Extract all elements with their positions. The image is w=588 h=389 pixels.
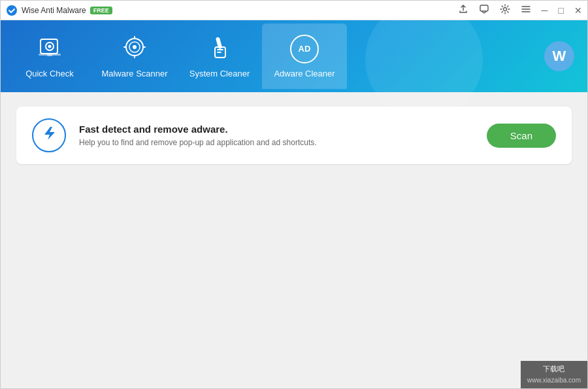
close-button[interactable]: ✕ <box>574 6 582 15</box>
watermark-line1: 下载吧 <box>527 364 581 375</box>
nav-label-adware-cleaner: Adware Cleaner <box>274 69 335 78</box>
quick-check-icon <box>37 34 63 63</box>
malware-scanner-icon <box>122 34 148 63</box>
toolbar-icons: ─ □ ✕ <box>458 4 582 16</box>
title-bar-left: Wise Anti Malware FREE <box>6 5 112 16</box>
svg-point-2 <box>503 8 506 11</box>
nav-label-quick-check: Quick Check <box>25 69 74 78</box>
app-wrapper: Wise Anti Malware FREE ─ □ ✕ <box>1 1 587 389</box>
system-cleaner-icon <box>206 34 233 63</box>
nav-label-malware-scanner: Malware Scanner <box>101 69 167 78</box>
nav-item-quick-check[interactable]: Quick Check <box>7 24 92 89</box>
svg-rect-1 <box>480 5 488 11</box>
title-bar: Wise Anti Malware FREE ─ □ ✕ <box>1 1 587 20</box>
bolt-icon <box>41 125 57 146</box>
svg-point-13 <box>133 45 137 49</box>
profile-area[interactable]: W <box>544 41 574 71</box>
svg-point-0 <box>7 5 17 16</box>
comment-icon[interactable] <box>479 4 489 16</box>
watermark-line2: www.xiazaiba.com <box>527 375 581 386</box>
app-title: Wise Anti Malware <box>22 6 86 15</box>
nav-item-system-cleaner[interactable]: System Cleaner <box>177 24 262 89</box>
settings-icon[interactable] <box>500 4 510 16</box>
scan-card: Fast detect and remove adware. Help you … <box>16 107 572 164</box>
maximize-button[interactable]: □ <box>559 6 564 15</box>
scan-card-subtitle: Help you to find and remove pop-up ad ap… <box>79 138 474 147</box>
menu-icon[interactable] <box>521 4 531 16</box>
minimize-button[interactable]: ─ <box>542 6 548 15</box>
scan-card-icon-circle <box>32 118 66 152</box>
upload-icon[interactable] <box>458 4 468 16</box>
free-badge: FREE <box>90 7 112 14</box>
scan-button[interactable]: Scan <box>487 124 556 148</box>
nav-item-adware-cleaner[interactable]: AD Adware Cleaner <box>262 24 347 89</box>
watermark: 下载吧 www.xiazaiba.com <box>521 361 587 388</box>
header: Quick Check Malware Scanner <box>1 20 587 92</box>
app-logo-icon <box>6 5 18 16</box>
scan-card-title: Fast detect and remove adware. <box>79 124 474 135</box>
main-content: Fast detect and remove adware. Help you … <box>1 92 587 389</box>
svg-rect-10 <box>47 54 52 56</box>
avatar[interactable]: W <box>544 41 574 71</box>
svg-point-8 <box>48 45 52 48</box>
adware-cleaner-icon: AD <box>290 35 319 63</box>
scan-text: Fast detect and remove adware. Help you … <box>79 124 474 147</box>
nav-label-system-cleaner: System Cleaner <box>189 69 250 78</box>
nav-item-malware-scanner[interactable]: Malware Scanner <box>92 24 177 89</box>
